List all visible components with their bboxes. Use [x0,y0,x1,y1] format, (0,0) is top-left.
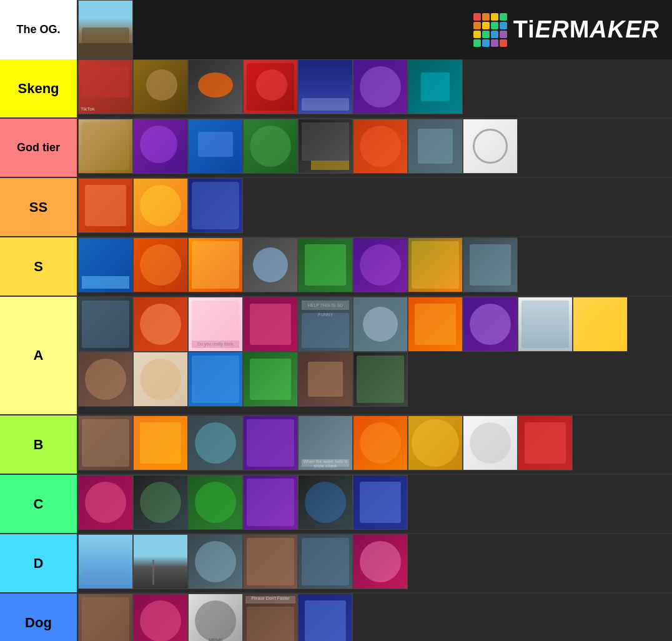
thumb [133,475,188,530]
thumb [188,237,243,292]
thumb [298,534,353,589]
tier-content-s [78,237,672,296]
tiermaker-logo: TiERMAKER [473,13,672,47]
tier-content-skeng: TikTok [78,59,672,117]
thumb [408,59,463,114]
tier-label-ss: SS [0,178,78,236]
thumb [353,352,408,407]
thumb: samuel [188,594,243,641]
logo-cell [491,31,498,38]
logo-cell [473,22,481,29]
logo-cell [500,22,507,29]
thumb [353,119,408,174]
thumb [298,475,353,530]
tier-label-dog: Dog [0,594,78,641]
thumb [188,178,243,233]
header: The OG. TiERMAKER [0,0,672,59]
thumb [353,415,408,470]
thumb [243,297,298,352]
thumb [463,119,518,174]
thumb [298,59,353,114]
thumb [353,534,408,589]
thumb [353,475,408,530]
tier-row-a: A Do you really think HELP THIS IS SO FU… [0,297,672,415]
thumb [243,119,298,174]
thumb [133,119,188,174]
thumb [78,237,133,292]
thumb: When the water hole is snow attack [298,415,353,470]
thumb [518,297,573,352]
thumb [353,237,408,292]
thumb [188,415,243,470]
logo-cell [482,39,490,47]
thumb [463,237,518,292]
tier-content-ss [78,178,672,236]
thumb [133,297,188,352]
thumb [188,475,243,530]
thumb [188,59,243,114]
logo-cell [482,31,490,38]
thumb [463,415,518,470]
thumb [133,352,188,407]
thumb: TikTok [78,59,133,114]
logo-cell [500,13,507,21]
tier-content-b: When the water hole is snow attack [78,415,672,474]
tier-content-a: Do you really think HELP THIS IS SO FUNN… [78,297,672,414]
thumb [133,534,188,589]
thumb [243,534,298,589]
thumb [353,59,408,114]
thumb [573,297,628,352]
logo-grid [473,13,507,47]
logo-cell [473,39,481,47]
thumb [133,59,188,114]
logo-cell [491,39,498,47]
logo-cell [473,13,481,21]
tier-row-dog: Dog TikTok samuel Please Don't Faster [0,594,672,641]
logo-cell [491,13,498,21]
tier-label-c: C [0,475,78,533]
thumb [408,297,463,352]
logo-cell [482,13,490,21]
logo-cell [500,31,507,38]
tier-row-b: B When the water hole is snow attack [0,415,672,475]
thumb [408,237,463,292]
logo-cell [473,31,481,38]
tier-row-god: God tier [0,119,672,178]
tier-label-skeng: Skeng [0,59,78,117]
thumb [243,237,298,292]
logo-text: TiERMAKER [513,16,660,43]
thumb [133,178,188,233]
tier-row-skeng: Skeng TikTok [0,59,672,119]
thumb [78,415,133,470]
tier-row-s: S [0,237,672,297]
thumb [78,178,133,233]
thumb [408,415,463,470]
tier-label-god: God tier [0,119,78,177]
tier-label-a: A [0,297,78,414]
logo-cell [491,22,498,29]
thumb [298,237,353,292]
thumb [133,237,188,292]
thumb [188,119,243,174]
tier-row-c: C [0,475,672,534]
tier-label-s: S [0,237,78,296]
tier-content-dog: TikTok samuel Please Don't Faster [78,594,672,641]
thumb [518,415,573,470]
thumb [243,352,298,407]
logo-cell [482,22,490,29]
tier-content-d [78,534,672,592]
thumb [78,297,133,352]
thumb [463,297,518,352]
thumb [353,297,408,352]
tier-label-d: D [0,534,78,592]
thumb [408,119,463,174]
thumb [133,594,188,641]
logo-cell [500,39,507,47]
thumb [243,415,298,470]
thumb: Do you really think [188,297,243,352]
tier-row-d: D [0,534,672,594]
thumb [78,475,133,530]
thumb [78,534,133,589]
tier-content-c [78,475,672,533]
thumb: Please Don't Faster [243,594,298,641]
